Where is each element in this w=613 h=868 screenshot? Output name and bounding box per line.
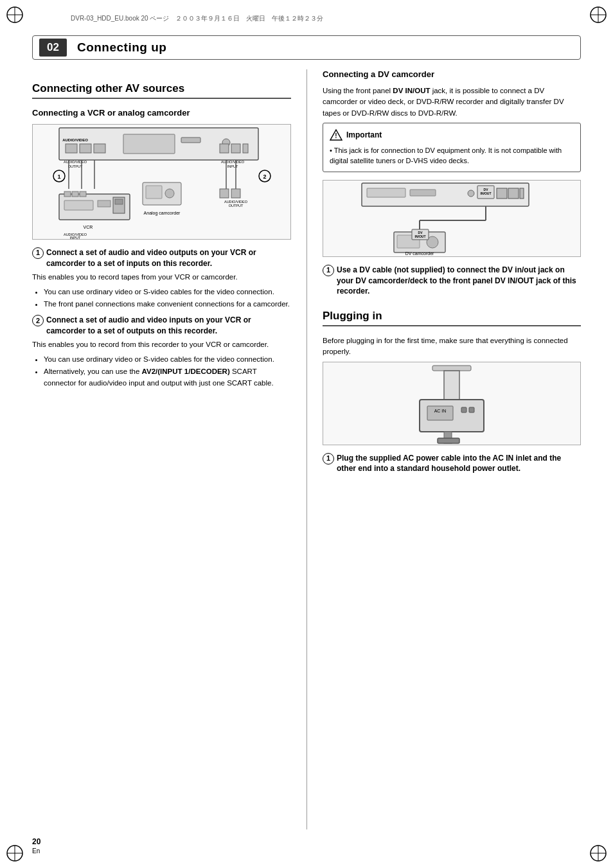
svg-rect-77 — [432, 366, 471, 371]
right-column: Connecting a DV camcorder Using the fron… — [306, 69, 581, 829]
svg-text:IN/OUT: IN/OUT — [415, 235, 426, 238]
svg-text:!: ! — [335, 132, 337, 139]
svg-text:AUDIO/VIDEO: AUDIO/VIDEO — [220, 160, 244, 164]
svg-rect-59 — [410, 190, 436, 196]
dv-intro: Using the front panel DV IN/OUT jack, it… — [323, 85, 581, 119]
step-1-text: Connect a set of audio and video outputs… — [46, 247, 291, 269]
plugging-section: Plugging in Before plugging in for the f… — [323, 310, 581, 474]
svg-rect-48 — [220, 189, 229, 198]
svg-rect-15 — [94, 144, 105, 153]
svg-rect-41 — [64, 200, 93, 210]
important-text: • This jack is for connection to DV equi… — [330, 145, 574, 166]
svg-rect-42 — [98, 200, 111, 207]
svg-text:AC IN: AC IN — [434, 409, 447, 413]
svg-rect-61 — [497, 188, 507, 199]
svg-rect-58 — [367, 188, 405, 197]
page-lang: En — [32, 847, 40, 855]
svg-rect-47 — [80, 191, 86, 197]
svg-text:DV camcorder: DV camcorder — [405, 251, 434, 256]
svg-text:INPUT: INPUT — [227, 164, 238, 168]
left-column: Connecting other AV sources Connecting a… — [32, 69, 306, 829]
step-2-heading: 2 Connect a set of audio and video input… — [32, 315, 291, 389]
step-1-bullet-1: You can use ordinary video or S-video ca… — [44, 287, 291, 297]
plugging-intro: Before plugging in for the first time, m… — [323, 335, 581, 358]
svg-rect-37 — [146, 186, 162, 199]
svg-rect-78 — [444, 371, 459, 403]
svg-rect-83 — [469, 407, 474, 412]
svg-rect-20 — [231, 144, 240, 153]
subsection-title-vcr: Connecting a VCR or analog camcorder — [32, 108, 291, 118]
dv-step-1-circle: 1 — [323, 265, 334, 276]
dv-section: Connecting a DV camcorder Using the fron… — [323, 69, 581, 297]
step-1-bullet-2: The front panel connections make conveni… — [44, 299, 291, 310]
svg-rect-82 — [461, 407, 466, 412]
important-label: Important — [346, 130, 382, 139]
svg-text:OUTPUT: OUTPUT — [228, 204, 243, 208]
plugging-title: Plugging in — [323, 310, 581, 326]
step-2-body: This enables you to record from this rec… — [32, 339, 291, 350]
svg-text:VCR: VCR — [83, 225, 93, 229]
svg-text:AUDIO/VIDEO: AUDIO/VIDEO — [63, 160, 87, 164]
step-1-body: This enables you to record tapes from yo… — [32, 272, 291, 283]
svg-rect-45 — [64, 191, 71, 197]
important-title: ! Important — [330, 128, 574, 141]
svg-rect-16 — [123, 134, 175, 154]
corner-mark-tr — [589, 5, 608, 24]
chapter-number: 02 — [39, 39, 67, 57]
step-1-circle: 1 — [32, 247, 44, 259]
svg-rect-49 — [231, 189, 240, 198]
svg-rect-21 — [243, 144, 248, 153]
section-title-av-sources: Connecting other AV sources — [32, 82, 291, 99]
chapter-header: 02 Connecting up — [32, 35, 581, 60]
step-2-bullet-1: You can use ordinary video or S-video ca… — [44, 354, 291, 365]
svg-rect-17 — [181, 137, 200, 143]
dv-section-title: Connecting a DV camcorder — [323, 69, 581, 79]
page-number: 20 En — [32, 837, 40, 855]
svg-text:INPUT: INPUT — [69, 236, 80, 239]
important-box: ! Important • This jack is for connectio… — [323, 123, 581, 172]
svg-rect-19 — [220, 144, 229, 153]
step-2-bullet-2: Alternatively, you can use the AV2/(INPU… — [44, 366, 291, 389]
svg-rect-46 — [72, 191, 78, 197]
dv-step-1: 1 Use a DV cable (not supplied) to conne… — [323, 265, 581, 297]
corner-mark-br — [589, 844, 608, 863]
main-content: Connecting other AV sources Connecting a… — [32, 69, 581, 829]
svg-text:AUDIO/VIDEO: AUDIO/VIDEO — [62, 138, 88, 142]
svg-rect-63 — [520, 188, 524, 199]
dv-step-1-text: Use a DV cable (not supplied) to connect… — [337, 265, 581, 297]
svg-text:IN/OUT: IN/OUT — [481, 191, 492, 195]
ac-step-1: 1 Plug the supplied AC power cable into … — [323, 453, 581, 475]
file-info: DVR-03_HDD_EU.book 20 ページ ２００３年９月１６日 火曜日… — [71, 14, 323, 23]
corner-mark-tl — [5, 5, 24, 24]
step-2-circle: 2 — [32, 315, 44, 326]
svg-text:1: 1 — [57, 173, 60, 180]
svg-point-38 — [165, 189, 174, 198]
ac-step-1-text: Plug the supplied AC power cable into th… — [337, 453, 581, 475]
svg-point-60 — [468, 190, 474, 197]
svg-rect-13 — [66, 144, 77, 153]
svg-text:Analog camcorder: Analog camcorder — [143, 211, 180, 216]
svg-rect-62 — [508, 188, 519, 199]
step-1-heading: 1 Connect a set of audio and video outpu… — [32, 247, 291, 310]
svg-text:OUTPUT: OUTPUT — [67, 164, 82, 168]
chapter-title: Connecting up — [77, 40, 166, 55]
vcr-diagram: AUDIO/VIDEO AUDIO/VIDEO OUTPUT AUDIO/VID… — [32, 124, 291, 240]
svg-rect-44 — [115, 199, 123, 204]
step-1-bullets: You can use ordinary video or S-video ca… — [44, 287, 291, 310]
dv-diagram: DV IN/OUT DV IN/OUT DV camcorder — [323, 180, 581, 257]
ac-diagram: AC IN — [323, 362, 581, 445]
corner-mark-bl — [5, 844, 24, 863]
step-2-text: Connect a set of audio and video inputs … — [46, 315, 291, 337]
svg-rect-14 — [80, 144, 91, 153]
step-2-bullets: You can use ordinary video or S-video ca… — [44, 354, 291, 389]
svg-text:2: 2 — [263, 173, 266, 180]
svg-rect-85 — [438, 438, 459, 443]
warning-icon: ! — [330, 128, 342, 141]
ac-step-1-circle: 1 — [323, 453, 334, 465]
